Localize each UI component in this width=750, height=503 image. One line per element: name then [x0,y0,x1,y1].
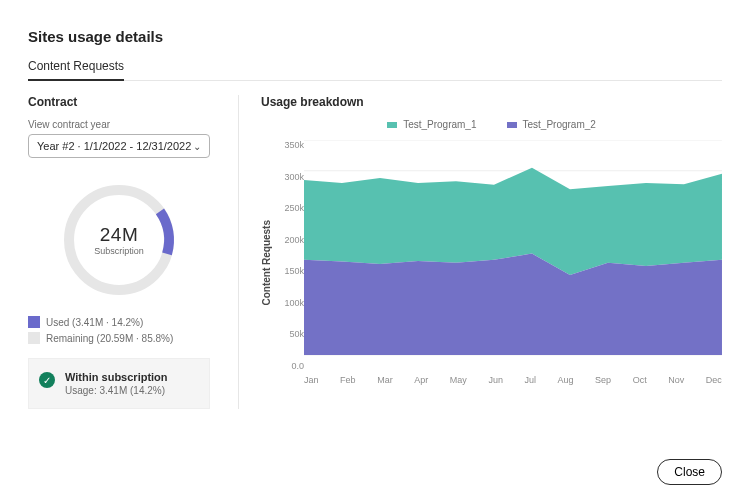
check-circle-icon: ✓ [39,372,55,388]
series2-swatch-icon [507,122,517,128]
status-card: ✓ Within subscription Usage: 3.41M (14.2… [28,358,210,409]
used-swatch-icon [28,316,40,328]
status-detail: Usage: 3.41M (14.2%) [65,385,168,396]
contract-year-select[interactable]: Year #2 · 1/1/2022 - 12/31/2022 ⌄ [28,134,210,158]
close-button[interactable]: Close [657,459,722,485]
contract-year-label: View contract year [28,119,210,130]
tabs: Content Requests [28,59,722,81]
legend-remaining: Remaining (20.59M · 85.8%) [28,332,210,344]
legend-used-text: Used (3.41M · 14.2%) [46,317,143,328]
remaining-swatch-icon [28,332,40,344]
breakdown-title: Usage breakdown [261,95,722,109]
chart-plot: Jan Feb Mar Apr May Jun Jul Aug Sep Oct … [304,140,722,385]
chevron-down-icon: ⌄ [193,141,201,152]
subscription-donut: 24M Subscription [28,180,210,300]
page-title: Sites usage details [28,28,722,45]
series1-swatch-icon [387,122,397,128]
tab-content-requests[interactable]: Content Requests [28,59,124,81]
status-title: Within subscription [65,371,168,383]
contract-year-value: Year #2 · 1/1/2022 - 12/31/2022 [37,140,191,152]
x-axis-ticks: Jan Feb Mar Apr May Jun Jul Aug Sep Oct … [304,375,722,385]
contract-title: Contract [28,95,210,109]
chart-legend: Test_Program_1 Test_Program_2 [261,119,722,130]
chart-svg [304,140,722,369]
y-axis-label: Content Requests [261,220,272,306]
legend-used: Used (3.41M · 14.2%) [28,316,210,328]
legend-remaining-text: Remaining (20.59M · 85.8%) [46,333,173,344]
y-axis-ticks: 350k 300k 250k 200k 150k 100k 50k 0.0 [276,140,304,385]
legend-series-2: Test_Program_2 [507,119,596,130]
usage-chart: Content Requests 350k 300k 250k 200k 150… [261,140,722,385]
subscription-caption: Subscription [94,246,144,256]
subscription-value: 24M [94,224,144,246]
legend-series-1: Test_Program_1 [387,119,476,130]
